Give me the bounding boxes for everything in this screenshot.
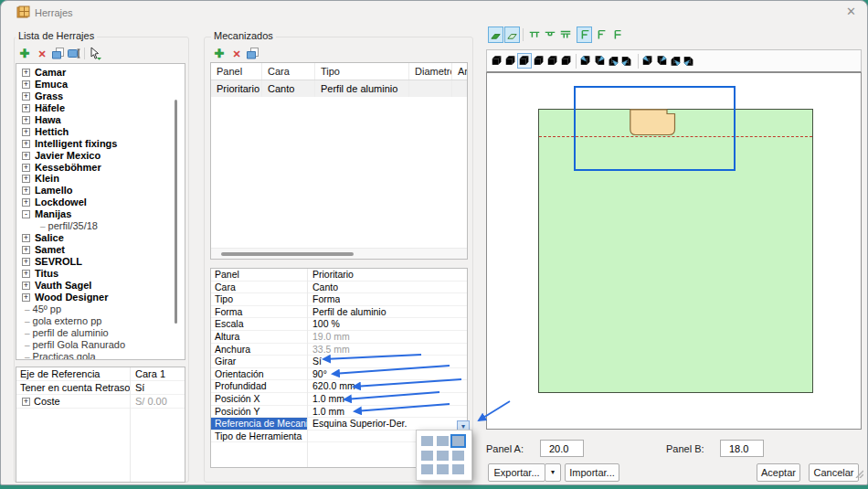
prop-row[interactable]: FormaPerfil de aluminio	[211, 306, 467, 319]
expand-icon[interactable]	[22, 246, 30, 254]
tree-item[interactable]: Intelligent fixings	[16, 138, 185, 150]
horizontal-scrollbar[interactable]	[211, 248, 467, 259]
tree-item[interactable]: Javier Mexico	[16, 150, 185, 162]
edge-profile-filled-button[interactable]	[488, 27, 503, 43]
accept-button[interactable]: Aceptar	[757, 463, 800, 482]
tree-item[interactable]: gola externo pp	[16, 315, 185, 327]
expand-icon[interactable]	[22, 69, 30, 77]
tree-item[interactable]: Samet	[16, 244, 185, 256]
corner-align-right-button[interactable]	[609, 27, 625, 43]
expand-icon[interactable]: +	[22, 398, 30, 406]
prop-row[interactable]: Anchura33.5 mm	[211, 344, 467, 356]
corner-mid-left[interactable]	[421, 451, 433, 461]
expand-icon[interactable]	[22, 104, 30, 112]
view-iso-7-button[interactable]	[668, 53, 683, 69]
tree-item[interactable]: Vauth Sagel	[16, 280, 185, 292]
paste-machining-button[interactable]	[246, 48, 260, 61]
paste-hardware-button[interactable]	[51, 48, 66, 61]
view-back-button[interactable]	[503, 53, 518, 69]
prop-row-profundidad[interactable]: Profundidad620.0 mm	[211, 380, 467, 393]
edge-profile-outline-button[interactable]	[504, 27, 520, 43]
corner-mid-center[interactable]	[437, 451, 449, 461]
corner-bottom-center[interactable]	[437, 464, 449, 474]
corner-top-right-selected[interactable]	[452, 436, 464, 446]
corner-bottom-left[interactable]	[421, 464, 433, 474]
tree-item[interactable]: Lockdowel	[16, 197, 185, 208]
tree-scrollbar[interactable]	[175, 100, 177, 324]
titlebar[interactable]: Herrajes ✕	[1, 1, 867, 25]
expand-icon[interactable]	[22, 80, 30, 89]
selection-rectangle[interactable]	[574, 86, 736, 171]
corner-bottom-right[interactable]	[452, 464, 464, 474]
expand-icon[interactable]	[22, 164, 30, 172]
preview-canvas[interactable]	[486, 72, 862, 430]
corner-align-left-button[interactable]	[577, 27, 592, 43]
expand-icon[interactable]	[22, 282, 30, 290]
tree-item[interactable]: perfil de aluminio	[16, 327, 185, 339]
resize-grip[interactable]	[854, 465, 863, 482]
prop-row-referencia[interactable]: Referencia de MecanizadoEsquina Superior…	[211, 418, 467, 431]
expand-icon[interactable]	[22, 293, 30, 302]
add-machining-button[interactable]: ✚	[212, 47, 227, 60]
view-side2-button[interactable]	[532, 53, 546, 69]
tree-item[interactable]: Wood Designer	[16, 292, 185, 303]
export-dropdown-button[interactable]: ▾	[545, 463, 561, 482]
tree-item[interactable]: Kesseböhmer	[16, 162, 185, 174]
corner-align-mid-button[interactable]	[593, 27, 609, 43]
view-iso-5-button[interactable]	[640, 53, 655, 69]
tree-item[interactable]: SEVROLL	[16, 256, 185, 268]
expand-icon[interactable]	[22, 258, 30, 266]
hardware-tree[interactable]: Camar Emuca Grass Häfele Hawa Hettich In…	[16, 63, 185, 360]
view-iso-8-button[interactable]	[682, 53, 696, 69]
tree-item[interactable]: 45º pp	[16, 303, 185, 315]
expand-icon[interactable]	[22, 92, 30, 101]
tree-item-perfil-35-18[interactable]: perfil/35/18	[16, 220, 185, 232]
prop-row[interactable]: Eje de Referencia Cara 1	[16, 367, 185, 381]
expand-icon[interactable]	[22, 198, 30, 207]
tree-item[interactable]: Titus	[16, 268, 185, 280]
add-hardware-button[interactable]: ✚	[17, 47, 32, 60]
corner-mid-right[interactable]	[452, 451, 464, 461]
panel-b-input[interactable]	[720, 440, 764, 457]
expand-icon[interactable]	[22, 234, 30, 242]
expand-icon[interactable]	[22, 186, 30, 195]
rename-hardware-button[interactable]	[67, 48, 81, 61]
tree-item[interactable]: Practicas gola	[16, 351, 185, 361]
prop-row[interactable]: Tener en cuenta Retraso Sí	[16, 381, 185, 395]
expand-icon[interactable]	[22, 152, 30, 160]
tree-item[interactable]: Camar	[16, 67, 185, 79]
expand-icon[interactable]	[22, 175, 30, 183]
view-iso-2-button[interactable]	[592, 53, 607, 69]
tree-item[interactable]: Lamello	[16, 185, 185, 197]
prop-row-posicion-x[interactable]: Posición X1.0 mm	[211, 393, 467, 406]
expand-icon[interactable]	[22, 128, 30, 136]
view-iso-6-button[interactable]	[654, 53, 669, 69]
panel-a-input[interactable]	[540, 440, 584, 457]
corner-reference-picker[interactable]	[416, 430, 472, 481]
view-iso-1-button[interactable]	[578, 53, 593, 69]
table-header[interactable]: Panel Cara Tipo Diametro Anchura	[211, 63, 467, 80]
table-row[interactable]: Prioritario Canto Perfil de aluminio	[211, 80, 467, 97]
prop-row-girar[interactable]: GirarSí	[211, 356, 467, 368]
delete-machining-button[interactable]: ✕	[229, 47, 244, 60]
view-side-button-selected[interactable]	[517, 53, 532, 69]
tree-item-manijas[interactable]: Manijas	[16, 208, 185, 220]
view-iso-4-button[interactable]	[619, 53, 634, 69]
view-iso-3-button[interactable]	[606, 53, 620, 69]
prop-row-orientacion[interactable]: Orientación90°	[211, 368, 467, 381]
prop-row[interactable]: Altura19.0 mm	[211, 331, 467, 344]
prop-row[interactable]: Escala100 %	[211, 318, 467, 331]
view-top-button[interactable]	[545, 53, 560, 69]
tree-item[interactable]: Häfele	[16, 102, 185, 114]
export-button[interactable]: Exportar...	[488, 463, 545, 482]
import-button[interactable]: Importar...	[565, 463, 619, 482]
prop-row[interactable]: PanelPrioritario	[211, 269, 467, 282]
tree-item[interactable]: Hettich	[16, 126, 185, 138]
profile-position-mid-button[interactable]	[542, 27, 557, 43]
prop-row-posicion-y[interactable]: Posición Y1.0 mm	[211, 406, 467, 419]
corner-top-left[interactable]	[421, 436, 433, 446]
tree-item[interactable]: Emuca	[16, 79, 185, 90]
tree-item[interactable]: Salice	[16, 232, 185, 244]
profile-position-bottom-button[interactable]	[557, 27, 573, 43]
prop-row-coste[interactable]: +Coste S/ 0.00	[16, 395, 185, 409]
